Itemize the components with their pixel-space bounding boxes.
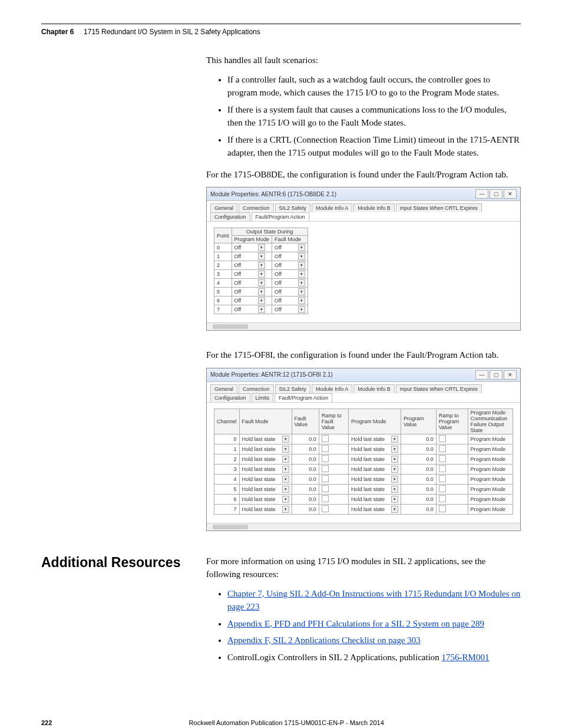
maximize-button[interactable]: ▢ [490, 189, 503, 199]
table-row: 0Hold last state▾0.0Hold last state▾0.0P… [214, 434, 513, 444]
link-1756-rm001[interactable]: 1756-RM001 [442, 653, 490, 662]
table-row: 6Hold last state▾0.0Hold last state▾0.0P… [214, 494, 513, 504]
checkbox [322, 485, 329, 492]
checkbox [439, 495, 446, 502]
horizontal-scrollbar[interactable] [207, 523, 520, 531]
tab-fault-program-action[interactable]: Fault/Program Action [275, 393, 332, 402]
table-row: 4Off▾Off▾ [214, 279, 308, 288]
fault-mode-header: Fault Mode [272, 236, 308, 243]
tab-input-states[interactable]: Input States When CRTL Expires [396, 203, 482, 212]
minimize-button[interactable]: — [475, 189, 488, 199]
tab-fault-program-action[interactable]: Fault/Program Action [252, 212, 309, 221]
chevron-down-icon: ▾ [298, 244, 305, 251]
tab-row: General Connection SIL2 Safety Module In… [207, 201, 520, 222]
checkbox [322, 435, 329, 442]
link-appendix-f[interactable]: Appendix F, SIL 2 Applications Checklist… [227, 635, 421, 645]
col-channel: Channel [214, 409, 240, 434]
col-fault-value: Fault Value [292, 409, 319, 434]
link-appendix-e[interactable]: Appendix E, PFD and PFH Calculations for… [227, 619, 484, 628]
table-row: 3Off▾Off▾ [214, 270, 308, 279]
checkbox [322, 465, 329, 472]
table-row: 5Hold last state▾0.0Hold last state▾0.0P… [214, 484, 513, 494]
minimize-button[interactable]: — [475, 370, 488, 380]
col-program-value: Program Value [401, 409, 436, 434]
tab-configuration[interactable]: Configuration [210, 212, 250, 221]
table-row: 2Off▾Off▾ [214, 261, 308, 270]
chevron-down-icon: ▾ [282, 466, 289, 473]
table-row: 1Hold last state▾0.0Hold last state▾0.0P… [214, 444, 513, 454]
table-row: 6Off▾Off▾ [214, 297, 308, 305]
chevron-down-icon: ▾ [298, 297, 305, 304]
table-row: 5Off▾Off▾ [214, 288, 308, 297]
col-comm-failure: Program Mode Communication Failure Outpu… [468, 409, 513, 434]
module-properties-of8i-window: Module Properties: AENTR:12 (1715-OF8I 2… [206, 368, 521, 531]
tab-configuration[interactable]: Configuration [210, 393, 250, 402]
table-row: 7Off▾Off▾ [214, 305, 308, 314]
chevron-down-icon: ▾ [258, 244, 265, 251]
tab-module-info-b[interactable]: Module Info B [353, 384, 395, 393]
table-row: 4Hold last state▾0.0Hold last state▾0.0P… [214, 474, 513, 484]
maximize-button[interactable]: ▢ [490, 370, 503, 380]
chevron-down-icon: ▾ [391, 446, 398, 453]
checkbox [439, 485, 446, 492]
tab-module-info-a[interactable]: Module Info A [312, 384, 352, 393]
chevron-down-icon: ▾ [391, 456, 398, 463]
tab-module-info-b[interactable]: Module Info B [353, 203, 395, 212]
chevron-down-icon: ▾ [258, 306, 265, 313]
tab-connection[interactable]: Connection [239, 203, 274, 212]
tab-connection[interactable]: Connection [239, 384, 274, 393]
link-chapter-7[interactable]: Chapter 7, Using SIL 2 Add-On Instructio… [227, 589, 520, 612]
list-item: If there is a CRTL (Connection Reaction … [227, 133, 521, 160]
table-row: 2Hold last state▾0.0Hold last state▾0.0P… [214, 454, 513, 464]
program-mode-header: Program Mode [232, 236, 272, 243]
output-state-table: Point Output State During Program Mode F… [214, 228, 308, 314]
chevron-down-icon: ▾ [298, 271, 305, 278]
tab-row: General Connection SIL2 Safety Module In… [207, 382, 520, 403]
tab-general[interactable]: General [210, 203, 237, 212]
tab-sil2-safety[interactable]: SIL2 Safety [275, 384, 311, 393]
checkbox [322, 445, 329, 452]
additional-resources-list: Chapter 7, Using SIL 2 Add-On Instructio… [206, 587, 521, 664]
chevron-down-icon: ▾ [258, 297, 265, 304]
chevron-down-icon: ▾ [391, 466, 398, 473]
chevron-down-icon: ▾ [298, 288, 305, 295]
checkbox [439, 435, 446, 442]
close-button[interactable]: ✕ [504, 189, 517, 199]
chapter-label: Chapter 6 [41, 28, 74, 36]
chevron-down-icon: ▾ [391, 496, 398, 503]
tab-general[interactable]: General [210, 384, 237, 393]
chevron-down-icon: ▾ [298, 262, 305, 269]
chevron-down-icon: ▾ [298, 306, 305, 313]
list-item: If there is a system fault that causes a… [227, 103, 521, 130]
additional-resources-heading: Additional Resources [41, 555, 206, 571]
list-item: Chapter 7, Using SIL 2 Add-On Instructio… [227, 587, 521, 614]
chevron-down-icon: ▾ [282, 446, 289, 453]
table-row: 0Off▾Off▾ [214, 243, 308, 252]
tab-input-states[interactable]: Input States When CRTL Expires [396, 384, 482, 393]
channel-table: Channel Fault Mode Fault Value Ramp to F… [214, 409, 513, 515]
publication-info: Rockwell Automation Publication 1715-UM0… [189, 719, 384, 726]
checkbox [439, 475, 446, 482]
tab-limits[interactable]: Limits [252, 393, 274, 402]
col-program-mode: Program Mode [348, 409, 401, 434]
horizontal-scrollbar[interactable] [207, 322, 520, 330]
list-item: ControlLogix Controllers in SIL 2 Applic… [227, 651, 521, 664]
fault-scenarios-list: If a controller fault, such as a watchdo… [206, 73, 521, 160]
table-row: 3Hold last state▾0.0Hold last state▾0.0P… [214, 464, 513, 474]
of8i-paragraph: For the 1715-OF8I, the configuration is … [206, 348, 521, 362]
chevron-down-icon: ▾ [258, 271, 265, 278]
module-properties-ob8de-window: Module Properties: AENTR:6 (1715-OB8DE 2… [206, 187, 521, 331]
running-header: Chapter 6 1715 Redundant I/O System in S… [41, 28, 521, 36]
tab-module-info-a[interactable]: Module Info A [312, 203, 352, 212]
chevron-down-icon: ▾ [391, 486, 398, 493]
chapter-title: 1715 Redundant I/O System in SIL 2 Safet… [84, 28, 260, 36]
ob8de-paragraph: For the 1715-OB8DE, the configuration is… [206, 168, 521, 182]
col-fault-mode: Fault Mode [239, 409, 292, 434]
col-ramp-program: Ramp to Program Value [436, 409, 468, 434]
list-item: Appendix E, PFD and PFH Calculations for… [227, 617, 521, 631]
tab-sil2-safety[interactable]: SIL2 Safety [275, 203, 311, 212]
checkbox [322, 455, 329, 462]
close-button[interactable]: ✕ [504, 370, 517, 380]
chevron-down-icon: ▾ [391, 506, 398, 513]
chevron-down-icon: ▾ [298, 253, 305, 260]
